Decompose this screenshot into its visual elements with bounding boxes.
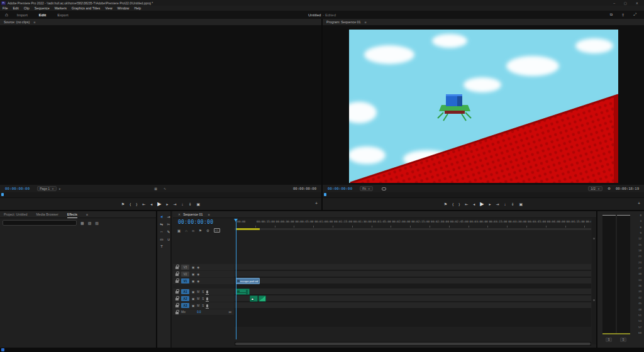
solo-right-button[interactable]: S <box>620 338 626 342</box>
audio-clip[interactable] <box>258 295 266 302</box>
source-play-button[interactable]: ▶ <box>157 201 161 207</box>
clip-escape-pod-vid[interactable]: escape pod vid <box>236 278 260 284</box>
scrollbar-dot[interactable] <box>593 238 595 239</box>
fullscreen-icon[interactable]: ⤢ <box>633 13 636 17</box>
program-export-frame-button[interactable]: ▣ <box>519 202 523 206</box>
accelerated-effects-icon[interactable]: ▩ <box>80 221 84 225</box>
track-lock-icon[interactable] <box>175 305 179 307</box>
timeline-tab-bar[interactable]: ✕ Sequence 01 ≡ <box>173 211 596 218</box>
track-lock-icon[interactable] <box>175 291 179 294</box>
source-zoom-select[interactable]: Page 1▼ <box>37 186 57 191</box>
track-lock-icon[interactable] <box>175 280 179 283</box>
menu-markers[interactable]: Markers <box>55 6 67 10</box>
track-header-v3[interactable]: V3▣◉ <box>173 264 234 270</box>
rectangle-tool[interactable]: ▭ <box>158 237 165 241</box>
captions-icon[interactable]: CC <box>214 228 220 233</box>
program-mark-out-button[interactable]: } <box>458 202 460 206</box>
timeline-horizontal-scrollbar[interactable] <box>235 342 591 346</box>
track-select-forward-tool[interactable]: ⇥ <box>165 214 172 219</box>
linked-selection-icon[interactable]: ∞ <box>192 229 194 233</box>
source-go-to-in-button[interactable]: ⇤ <box>142 202 145 206</box>
program-resolution-select[interactable]: 1/2▼ <box>588 186 602 191</box>
source-overwrite-button[interactable]: ⇓ <box>188 202 191 206</box>
track-lock-icon[interactable] <box>175 298 179 300</box>
scrollbar-dot[interactable] <box>593 299 595 301</box>
comment-icon[interactable] <box>382 187 386 190</box>
audio-clip[interactable] <box>236 289 250 295</box>
program-fit-select[interactable]: Fit▼ <box>360 186 373 191</box>
program-play-button[interactable]: ▶ <box>480 201 484 207</box>
solo-left-button[interactable]: S <box>606 338 612 342</box>
minimize-button[interactable]: – <box>613 1 615 5</box>
home-icon[interactable]: ⌂ <box>5 12 8 18</box>
timeline-tab-label[interactable]: Sequence 01 <box>183 212 203 216</box>
menu-graphics-and-titles[interactable]: Graphics and Titles <box>72 6 100 10</box>
source-mark-out-button[interactable]: } <box>136 202 137 206</box>
add-marker-icon[interactable]: ⚑ <box>199 229 202 233</box>
solo-button[interactable]: S <box>202 304 204 307</box>
menu-help[interactable]: Help <box>134 6 141 10</box>
track-lane-v1[interactable]: escape pod vid <box>235 278 591 284</box>
sync-lock-icon[interactable]: ▣ <box>192 297 194 300</box>
program-panel-header[interactable]: Program: Sequence 01 ≡ <box>323 19 644 26</box>
mix-level-value[interactable]: 0.0 <box>197 311 201 314</box>
source-zoom-scrollbar[interactable] <box>0 192 321 198</box>
source-step-back-button[interactable]: ◂ <box>150 202 152 206</box>
mix-keyframes-icon[interactable]: ⋈ <box>228 311 231 314</box>
workspace-tab-edit[interactable]: Edit <box>39 13 46 17</box>
menu-clip[interactable]: Clip <box>24 6 30 10</box>
playhead-line[interactable] <box>236 219 236 339</box>
mute-button[interactable]: M <box>197 297 199 300</box>
close-icon[interactable]: ✕ <box>178 212 180 216</box>
maximize-button[interactable]: ▢ <box>624 1 627 5</box>
track-lane-a3[interactable] <box>235 302 591 309</box>
track-lane-a1[interactable] <box>235 289 591 295</box>
scrollbar-thumb[interactable] <box>235 343 591 345</box>
track-lock-icon[interactable] <box>175 267 179 269</box>
effects-search-input[interactable] <box>3 220 77 226</box>
effects-32bpc-icon[interactable]: ▨ <box>88 221 92 225</box>
menu-file[interactable]: File <box>3 6 8 10</box>
track-lane-a2[interactable] <box>235 295 591 302</box>
timeline-playhead-timecode[interactable]: 00:00:00:00 <box>178 219 213 225</box>
work-area-bar[interactable] <box>235 228 591 230</box>
program-panel-menu-icon[interactable]: ≡ <box>364 20 366 24</box>
program-overwrite-button[interactable]: ⇓ <box>511 202 514 206</box>
menu-edit[interactable]: Edit <box>13 6 19 10</box>
razor-tool[interactable]: ✂ <box>165 222 172 226</box>
program-current-timecode[interactable]: 00:00:00:00 <box>328 187 352 190</box>
track-target-v3[interactable]: V3 <box>181 265 189 270</box>
track-target-a1[interactable]: A1 <box>181 289 189 294</box>
toggle-output-eye-icon[interactable]: ◉ <box>197 280 199 283</box>
program-monitor-viewport[interactable] <box>323 26 644 185</box>
solo-button[interactable]: S <box>202 297 204 300</box>
source-current-timecode[interactable]: 00:00:00:00 <box>5 187 30 190</box>
snap-icon[interactable]: ∩ <box>185 229 187 233</box>
source-insert-button[interactable]: ↓ <box>181 202 183 206</box>
track-lock-icon[interactable] <box>175 273 179 276</box>
track-header-a3[interactable]: A3▣MS <box>173 302 234 309</box>
quick-export-icon[interactable]: ⧉ <box>610 13 613 17</box>
panel-tab-project-untitled[interactable]: Project: Untitled <box>4 212 27 216</box>
voiceover-record-icon[interactable] <box>206 304 208 307</box>
share-icon[interactable]: ⇧ <box>621 13 625 17</box>
track-header-a2[interactable]: A2▣MS <box>173 295 234 302</box>
project-panel-menu-icon[interactable]: ≡ <box>86 212 88 216</box>
program-mark-in-button[interactable]: { <box>452 202 453 206</box>
hand-tool[interactable]: ∪ <box>165 237 172 241</box>
drag-audio-icon[interactable]: ∿ <box>164 187 166 190</box>
sync-lock-icon[interactable]: ▣ <box>192 266 194 269</box>
program-go-to-out-button[interactable]: ⇥ <box>496 202 499 206</box>
insert-as-nest-icon[interactable]: ▣ <box>177 229 180 233</box>
program-go-to-in-button[interactable]: ⇤ <box>465 202 468 206</box>
close-button[interactable]: ✕ <box>636 1 638 5</box>
source-panel-header[interactable]: Source: (no clips) ≡ <box>0 19 321 26</box>
program-settings-icon[interactable]: ⚙ <box>608 187 611 190</box>
toggle-output-eye-icon[interactable]: ◉ <box>197 266 199 269</box>
track-header-v2[interactable]: V2▣◉ <box>173 271 234 277</box>
timeline-settings-icon[interactable]: ⚙ <box>206 229 209 233</box>
track-header-mix[interactable]: Mix0.0⋈ <box>173 309 234 315</box>
playhead-handle[interactable] <box>234 219 238 222</box>
mute-button[interactable]: M <box>197 290 199 294</box>
track-lock-icon[interactable] <box>175 312 179 314</box>
